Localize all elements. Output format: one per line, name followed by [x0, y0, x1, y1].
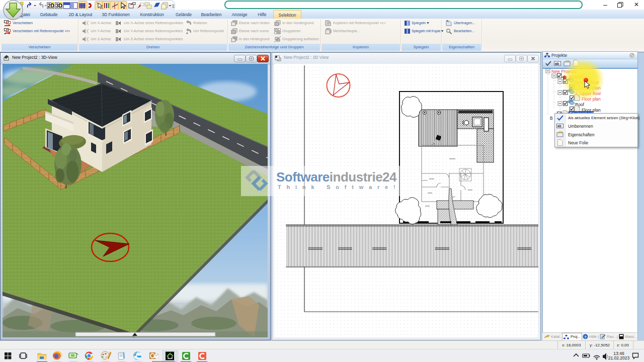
svg-text:?: ?	[584, 335, 587, 339]
svg-text:3D: 3D	[56, 3, 62, 9]
svg-text:2D: 2D	[48, 3, 54, 9]
svg-text:ab: ab	[555, 62, 559, 65]
svg-text:B: B	[550, 116, 553, 121]
svg-text:ab: ab	[557, 124, 561, 128]
